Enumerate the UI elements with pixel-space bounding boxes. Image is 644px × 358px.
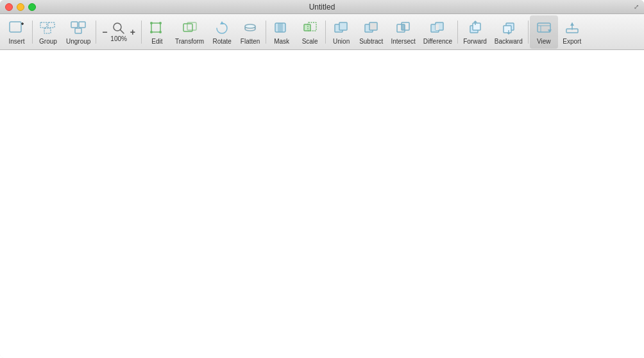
edit-button[interactable]: Edit [143,15,171,49]
svg-point-20 [245,24,255,28]
window-controls [5,3,36,11]
rotate-icon [213,19,231,37]
sep-7 [528,21,529,44]
ungroup-icon [69,19,87,37]
union-button[interactable]: Union [327,15,355,49]
flatten-icon [241,19,259,37]
group-icon [39,19,57,37]
svg-rect-3 [40,22,47,28]
difference-button[interactable]: Difference [419,15,456,49]
mask-button[interactable]: Mask [267,15,296,49]
close-button[interactable] [5,3,13,11]
group-button[interactable]: Group [34,15,62,49]
zoom-value: 100% [110,35,127,42]
zoom-out-button[interactable]: − [99,23,110,41]
window-title: Untitled [309,3,335,12]
backward-label: Backward [495,38,523,45]
main-window: Untitled ⤢ Insert [0,0,644,358]
svg-rect-6 [71,22,78,28]
edit-label: Edit [151,38,162,45]
edit-icon [148,19,166,37]
export-button[interactable]: Export [558,15,586,49]
rotate-button[interactable]: Rotate [208,15,236,49]
subtract-button[interactable]: Subtract [355,15,387,49]
intersect-label: Intersect [391,38,415,45]
union-label: Union [333,38,350,45]
sep-6 [457,21,458,44]
svg-marker-40 [473,21,477,22]
svg-rect-25 [304,24,310,31]
transform-button[interactable]: Transform [171,15,208,49]
sep-2 [96,21,96,44]
insert-icon [8,19,26,37]
svg-point-13 [159,22,162,24]
export-icon [563,19,581,37]
insert-label: Insert [8,38,24,45]
flatten-label: Flatten [241,38,260,45]
svg-rect-38 [473,23,480,30]
scale-button[interactable]: Scale [296,15,324,49]
mask-label: Mask [274,38,289,45]
mask-icon [273,19,291,37]
svg-rect-8 [75,28,81,33]
svg-rect-45 [538,23,550,32]
svg-rect-7 [79,22,85,28]
backward-button[interactable]: Backward [491,15,527,49]
subtract-icon [362,19,380,37]
intersect-icon [394,19,412,37]
forward-label: Forward [463,38,487,45]
transform-icon [181,19,199,37]
svg-point-15 [159,31,162,33]
svg-marker-50 [570,22,574,26]
rotate-label: Rotate [212,38,231,45]
svg-point-12 [150,22,153,24]
scale-label: Scale [302,38,318,45]
union-icon [332,19,350,37]
canvas-area[interactable] [0,50,644,358]
zoom-display: 100% [110,21,127,42]
svg-rect-11 [151,23,160,32]
svg-rect-36 [436,24,439,30]
ungroup-label: Ungroup [66,38,90,45]
scale-icon [301,19,319,37]
title-bar: Untitled ⤢ [0,0,644,14]
toolbar: Insert Group Ungroup [0,14,644,50]
subtract-label: Subtract [359,38,383,45]
difference-label: Difference [423,38,452,45]
view-icon [535,19,553,37]
difference-icon [428,19,446,37]
forward-button[interactable]: Forward [459,15,491,49]
insert-button[interactable]: Insert [3,15,31,49]
svg-rect-0 [10,22,21,32]
group-label: Group [39,38,57,45]
sep-5 [325,21,326,44]
forward-icon [466,19,484,37]
zoom-in-button[interactable]: + [127,23,139,41]
zoom-group: − 100% + [97,15,140,49]
svg-point-14 [150,31,153,33]
minimize-button[interactable] [17,3,24,11]
zoom-icon [111,21,126,34]
sep-1 [32,21,33,44]
sep-4 [266,21,266,44]
svg-marker-44 [507,33,511,35]
export-label: Export [563,38,581,45]
ungroup-button[interactable]: Ungroup [62,15,94,49]
svg-line-10 [121,30,124,34]
svg-rect-28 [339,22,347,30]
svg-rect-42 [504,26,511,33]
transform-label: Transform [175,38,204,45]
svg-rect-30 [369,22,377,30]
backward-icon [500,19,518,37]
view-label: View [537,38,551,45]
intersect-button[interactable]: Intersect [387,15,419,49]
flatten-button[interactable]: Flatten [236,15,264,49]
maximize-button[interactable] [28,3,36,11]
svg-rect-4 [48,22,55,28]
svg-rect-24 [278,23,283,32]
expand-icon[interactable]: ⤢ [634,3,639,10]
svg-rect-33 [402,24,405,30]
sep-3 [141,21,142,44]
view-button[interactable]: View [530,15,558,49]
svg-rect-5 [44,28,51,33]
